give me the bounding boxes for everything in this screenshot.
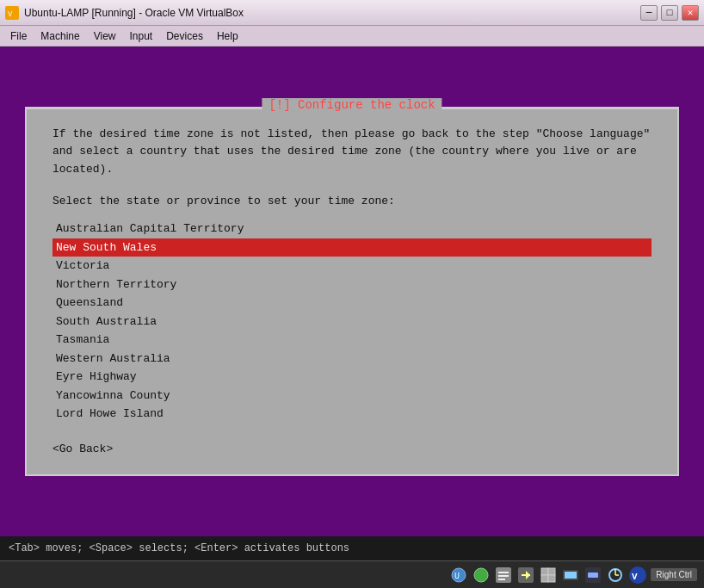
timezone-item[interactable]: Northern Territory <box>52 275 652 294</box>
taskbar-icon-7[interactable] <box>584 566 602 585</box>
desc-line1: If the desired time zone is not listed, … <box>52 127 650 140</box>
timezone-item[interactable]: Australian Capital Territory <box>52 220 652 238</box>
desc-line2: and select a country that uses the desir… <box>52 145 637 158</box>
menu-view[interactable]: View <box>87 28 123 44</box>
taskbar: U V Right Ctrl <box>0 560 704 588</box>
taskbar-icon-2[interactable] <box>472 566 491 585</box>
svg-rect-13 <box>548 568 555 575</box>
menu-file[interactable]: File <box>3 28 34 44</box>
menu-machine[interactable]: Machine <box>34 28 86 44</box>
svg-rect-15 <box>548 575 555 582</box>
window-controls[interactable]: ─ □ ✕ <box>640 5 699 21</box>
titlebar: V Ubuntu-LAMP [Running] - Oracle VM Virt… <box>0 0 704 26</box>
dialog-title: [!] Configure the clock <box>262 98 442 112</box>
close-button[interactable]: ✕ <box>682 5 699 21</box>
svg-rect-6 <box>498 572 509 573</box>
timezone-item[interactable]: Victoria <box>52 257 652 275</box>
dialog-description: If the desired time zone is not listed, … <box>52 126 652 179</box>
timezone-item[interactable]: Tasmania <box>52 331 652 350</box>
titlebar-left: V Ubuntu-LAMP [Running] - Oracle VM Virt… <box>5 6 244 20</box>
right-ctrl-button[interactable]: Right Ctrl <box>651 568 697 581</box>
menu-help[interactable]: Help <box>210 28 245 44</box>
svg-text:U: U <box>454 572 460 581</box>
menu-input[interactable]: Input <box>123 28 160 44</box>
desc-line3: located). <box>52 163 113 176</box>
taskbar-icon-5[interactable] <box>539 566 558 585</box>
taskbar-icon-6[interactable] <box>561 566 580 585</box>
menu-devices[interactable]: Devices <box>159 28 210 44</box>
timezone-item[interactable]: Yancowinna County <box>52 387 652 405</box>
statusbar-text: <Tab> moves; <Space> selects; <Enter> ac… <box>9 542 349 554</box>
configure-clock-dialog: [!] Configure the clock If the desired t… <box>25 107 679 477</box>
window-title: Ubuntu-LAMP [Running] - Oracle VM Virtua… <box>24 7 244 19</box>
timezone-item[interactable]: Eyre Highway <box>52 368 652 387</box>
vm-screen: [!] Configure the clock If the desired t… <box>0 46 704 536</box>
timezone-item[interactable]: New South Wales <box>52 238 652 257</box>
dialog-content: If the desired time zone is not listed, … <box>52 126 652 458</box>
taskbar-icon-8[interactable] <box>606 566 625 585</box>
menubar: File Machine View Input Devices Help <box>0 26 704 46</box>
svg-rect-8 <box>498 579 505 580</box>
minimize-button[interactable]: ─ <box>640 5 658 21</box>
svg-text:V: V <box>8 10 13 18</box>
timezone-item[interactable]: Lord Howe Island <box>52 405 652 424</box>
timezone-item[interactable]: South Australia <box>52 313 652 331</box>
svg-text:V: V <box>632 572 638 582</box>
timezone-item[interactable]: Queensland <box>52 294 652 313</box>
statusbar: <Tab> moves; <Space> selects; <Enter> ac… <box>0 536 704 560</box>
svg-point-4 <box>474 568 488 582</box>
taskbar-icon-4[interactable] <box>516 566 535 585</box>
taskbar-icon-3[interactable] <box>494 566 513 585</box>
timezone-list: Australian Capital TerritoryNew South Wa… <box>52 220 652 424</box>
taskbar-icon-1[interactable]: U <box>449 566 468 585</box>
svg-rect-14 <box>541 575 548 582</box>
timezone-item[interactable]: Western Australia <box>52 350 652 368</box>
svg-rect-7 <box>498 575 509 577</box>
svg-rect-19 <box>588 573 598 578</box>
svg-rect-12 <box>541 568 548 575</box>
svg-rect-17 <box>565 572 577 579</box>
taskbar-icon-vbox[interactable]: V <box>628 566 647 585</box>
app-icon: V <box>5 6 19 20</box>
restore-button[interactable]: □ <box>661 5 678 21</box>
go-back-button[interactable]: <Go Back> <box>52 441 113 458</box>
dialog-prompt: Select the state or province to set your… <box>52 193 652 210</box>
